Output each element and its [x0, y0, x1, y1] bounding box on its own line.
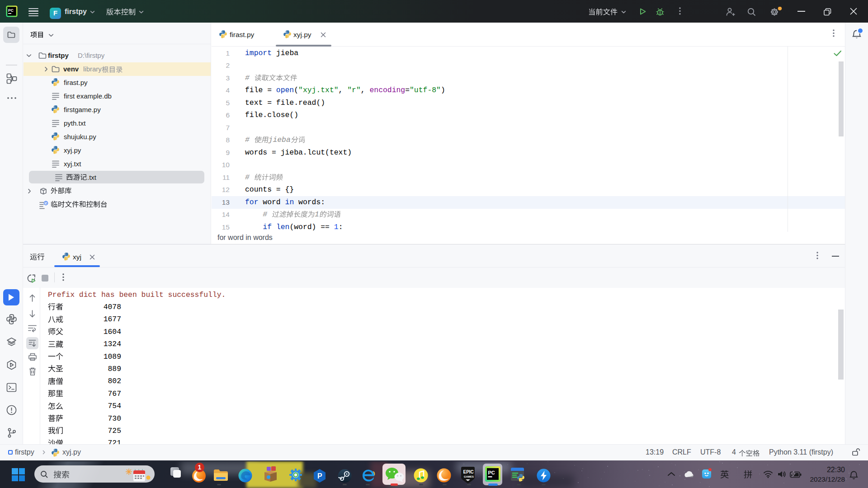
- svg-text:PC: PC: [488, 470, 495, 475]
- svg-text:PC: PC: [8, 8, 14, 13]
- svg-text:P: P: [317, 472, 322, 480]
- svg-text:EPIC: EPIC: [463, 469, 474, 474]
- svg-text:GAMES: GAMES: [464, 475, 474, 478]
